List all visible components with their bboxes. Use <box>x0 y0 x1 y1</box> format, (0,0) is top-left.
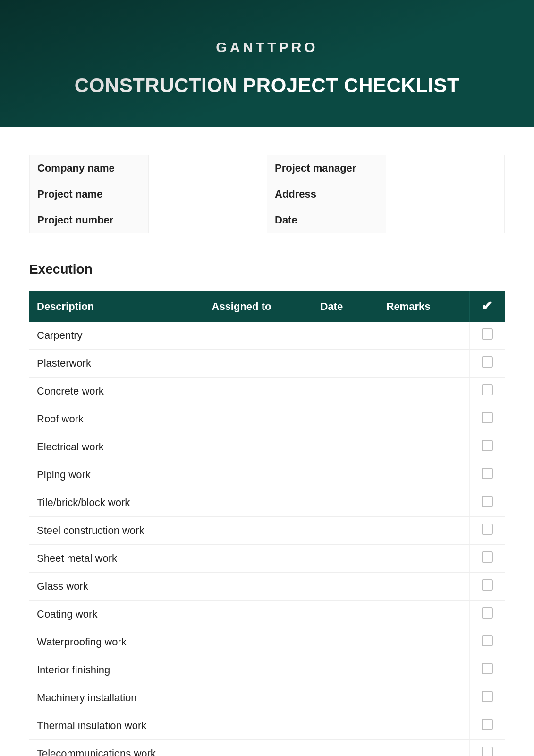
cell-remarks[interactable] <box>379 656 469 684</box>
cell-date[interactable] <box>313 712 379 740</box>
checkbox[interactable] <box>482 691 493 702</box>
cell-assigned[interactable] <box>204 573 313 601</box>
cell-remarks[interactable] <box>379 322 469 350</box>
cell-date[interactable] <box>313 350 379 378</box>
cell-date[interactable] <box>313 489 379 517</box>
checkbox[interactable] <box>482 356 493 368</box>
cell-date[interactable] <box>313 628 379 656</box>
cell-description: Waterproofing work <box>29 628 204 656</box>
cell-remarks[interactable] <box>379 740 469 756</box>
cell-assigned[interactable] <box>204 684 313 712</box>
cell-description: Concrete work <box>29 378 204 405</box>
table-row: Telecommunications work <box>29 740 505 756</box>
cell-check <box>469 573 505 601</box>
cell-description: Telecommunications work <box>29 740 204 756</box>
cell-assigned[interactable] <box>204 656 313 684</box>
info-value-left[interactable] <box>148 207 267 233</box>
table-row: Interior finishing <box>29 656 505 684</box>
table-row: Machinery installation <box>29 684 505 712</box>
info-value-right[interactable] <box>386 181 505 207</box>
checkbox[interactable] <box>482 412 493 423</box>
cell-date[interactable] <box>313 545 379 573</box>
cell-check <box>469 628 505 656</box>
cell-remarks[interactable] <box>379 461 469 489</box>
table-row: Sheet metal work <box>29 545 505 573</box>
checkbox[interactable] <box>482 468 493 479</box>
cell-assigned[interactable] <box>204 489 313 517</box>
checkbox[interactable] <box>482 747 493 756</box>
cell-assigned[interactable] <box>204 712 313 740</box>
checkbox[interactable] <box>482 384 493 395</box>
cell-check <box>469 740 505 756</box>
cell-assigned[interactable] <box>204 322 313 350</box>
cell-remarks[interactable] <box>379 350 469 378</box>
info-value-left[interactable] <box>148 155 267 181</box>
cell-assigned[interactable] <box>204 350 313 378</box>
info-value-left[interactable] <box>148 181 267 207</box>
cell-description: Glass work <box>29 573 204 601</box>
cell-assigned[interactable] <box>204 628 313 656</box>
table-row: Tile/brick/block work <box>29 489 505 517</box>
cell-date[interactable] <box>313 740 379 756</box>
cell-remarks[interactable] <box>379 378 469 405</box>
cell-remarks[interactable] <box>379 573 469 601</box>
cell-date[interactable] <box>313 517 379 545</box>
check-icon: ✔ <box>482 300 492 313</box>
cell-date[interactable] <box>313 378 379 405</box>
page-title: CONSTRUCTION PROJECT CHECKLIST <box>75 74 459 97</box>
checkbox[interactable] <box>482 496 493 507</box>
cell-remarks[interactable] <box>379 517 469 545</box>
checkbox[interactable] <box>482 551 493 563</box>
cell-remarks[interactable] <box>379 433 469 461</box>
cell-assigned[interactable] <box>204 405 313 433</box>
cell-remarks[interactable] <box>379 601 469 628</box>
col-header-description: Description <box>29 291 204 322</box>
checkbox[interactable] <box>482 719 493 730</box>
cell-date[interactable] <box>313 405 379 433</box>
cell-check <box>469 350 505 378</box>
info-value-right[interactable] <box>386 155 505 181</box>
checkbox[interactable] <box>482 663 493 674</box>
checkbox[interactable] <box>482 579 493 591</box>
cell-remarks[interactable] <box>379 684 469 712</box>
cell-check <box>469 433 505 461</box>
cell-assigned[interactable] <box>204 740 313 756</box>
cell-assigned[interactable] <box>204 433 313 461</box>
cell-assigned[interactable] <box>204 601 313 628</box>
cell-check <box>469 517 505 545</box>
cell-description: Carpentry <box>29 322 204 350</box>
table-row: Carpentry <box>29 322 505 350</box>
checkbox[interactable] <box>482 440 493 451</box>
cell-date[interactable] <box>313 573 379 601</box>
cell-assigned[interactable] <box>204 517 313 545</box>
cell-check <box>469 405 505 433</box>
cell-assigned[interactable] <box>204 545 313 573</box>
cell-date[interactable] <box>313 601 379 628</box>
cell-date[interactable] <box>313 684 379 712</box>
cell-date[interactable] <box>313 433 379 461</box>
hero-banner: GANTTPRO CONSTRUCTION PROJECT CHECKLIST <box>0 0 534 127</box>
cell-description: Electrical work <box>29 433 204 461</box>
cell-remarks[interactable] <box>379 712 469 740</box>
cell-date[interactable] <box>313 322 379 350</box>
info-value-right[interactable] <box>386 207 505 233</box>
cell-description: Piping work <box>29 461 204 489</box>
info-label-right: Address <box>267 181 386 207</box>
cell-remarks[interactable] <box>379 489 469 517</box>
checkbox[interactable] <box>482 524 493 535</box>
cell-remarks[interactable] <box>379 628 469 656</box>
checkbox[interactable] <box>482 328 493 340</box>
table-row: Piping work <box>29 461 505 489</box>
table-row: Thermal insulation work <box>29 712 505 740</box>
cell-assigned[interactable] <box>204 461 313 489</box>
cell-date[interactable] <box>313 656 379 684</box>
cell-description: Machinery installation <box>29 684 204 712</box>
checkbox[interactable] <box>482 607 493 619</box>
cell-remarks[interactable] <box>379 545 469 573</box>
cell-date[interactable] <box>313 461 379 489</box>
cell-assigned[interactable] <box>204 378 313 405</box>
project-info-table: Company nameProject managerProject nameA… <box>29 155 505 233</box>
cell-remarks[interactable] <box>379 405 469 433</box>
info-label-right: Project manager <box>267 155 386 181</box>
checkbox[interactable] <box>482 635 493 646</box>
